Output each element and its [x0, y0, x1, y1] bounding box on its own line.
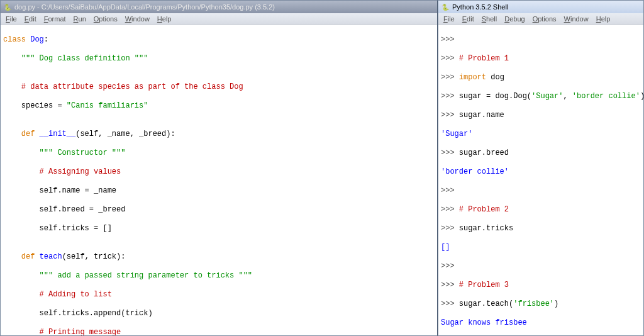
shell-titlebar[interactable]: 🐍 Python 3.5.2 Shell — [438, 1, 643, 13]
code-editor[interactable]: class Dog: """ Dog class definition """ … — [1, 25, 437, 335]
editor-window: 🐍 dog.py - C:/Users/SaiBabu/AppData/Loca… — [0, 0, 438, 336]
menu-options[interactable]: Options — [529, 15, 560, 23]
menu-help[interactable]: Help — [153, 15, 175, 23]
editor-menubar: File Edit Format Run Options Window Help — [1, 13, 437, 25]
shell-title: Python 3.5.2 Shell — [452, 3, 508, 11]
menu-help[interactable]: Help — [592, 15, 614, 23]
menu-options[interactable]: Options — [90, 15, 121, 23]
menu-edit[interactable]: Edit — [21, 15, 40, 23]
menu-edit[interactable]: Edit — [458, 15, 478, 23]
menu-file[interactable]: File — [2, 15, 21, 23]
menu-debug[interactable]: Debug — [501, 15, 528, 23]
shell-menubar: File Edit Shell Debug Options Window Hel… — [438, 13, 643, 25]
editor-title: dog.py - C:/Users/SaiBabu/AppData/Local/… — [14, 3, 275, 11]
python-icon: 🐍 — [441, 3, 450, 11]
menu-window[interactable]: Window — [121, 15, 153, 23]
shell-window: 🐍 Python 3.5.2 Shell File Edit Shell Deb… — [438, 0, 644, 336]
menu-run[interactable]: Run — [70, 15, 90, 23]
menu-window[interactable]: Window — [560, 15, 592, 23]
menu-file[interactable]: File — [440, 15, 458, 23]
menu-shell[interactable]: Shell — [478, 15, 501, 23]
menu-format[interactable]: Format — [40, 15, 70, 23]
python-icon: 🐍 — [3, 3, 12, 11]
shell-output[interactable]: >>> >>> # Problem 1 >>> import dog >>> s… — [438, 25, 643, 335]
editor-titlebar[interactable]: 🐍 dog.py - C:/Users/SaiBabu/AppData/Loca… — [1, 1, 437, 13]
